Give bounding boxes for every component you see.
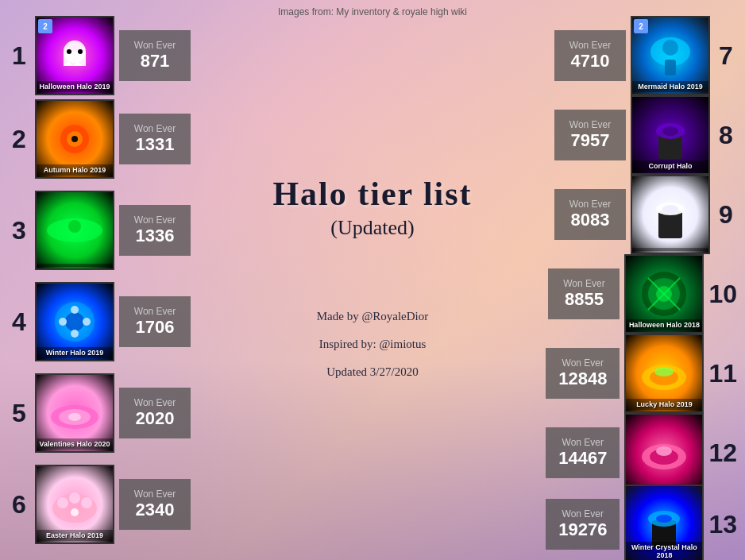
halo-name-11: Lucky Halo 2019 (626, 399, 702, 410)
halo-name-3 (37, 264, 113, 267)
halo-name-10: Halloween Halo 2018 (626, 319, 702, 330)
won-box-1: Won Ever 871 (119, 30, 191, 81)
svg-point-32 (662, 205, 678, 213)
halo-image-4: Winter Halo 2019 (35, 282, 114, 361)
halo-image-2: Autumn Halo 2019 (35, 99, 114, 179)
rank-label-13: 13 (708, 510, 737, 539)
rank-label-7: 7 (715, 41, 737, 71)
halo-item-4: 4 Winter Halo 2019 Won Ever 1706 (8, 282, 191, 361)
halo-name-13: Winter Crystal Halo 2018 (626, 542, 702, 560)
halo-badge-1: 2 (38, 19, 52, 33)
rank-label-10: 10 (708, 280, 737, 309)
halo-image-12 (624, 413, 704, 492)
halo-name-9 (632, 248, 708, 251)
svg-point-21 (81, 497, 92, 508)
svg-point-15 (83, 318, 91, 326)
credits-area: Made by @RoyaleDior Inspired by: @imiotu… (317, 310, 428, 393)
svg-point-3 (78, 49, 83, 54)
won-box-7: Won Ever 4710 (554, 30, 626, 81)
halo-name-1: Halloween Halo 2019 (37, 81, 113, 92)
halo-item-1: 1 2 Halloween Halo 2019 Won Ever 871 (8, 16, 191, 95)
won-box-9: Won Ever 8083 (554, 189, 626, 240)
won-box-8: Won Ever 7957 (554, 110, 626, 160)
won-box-6: Won Ever 2340 (119, 479, 191, 530)
rank-label-5: 5 (8, 399, 30, 428)
rank-label-8: 8 (715, 121, 737, 150)
svg-point-22 (69, 492, 80, 504)
halo-item-12: Won Ever 14467 12 (546, 413, 737, 492)
halo-name-2: Autumn Halo 2019 (37, 164, 113, 176)
halo-item-9: Won Ever 8083 9 (554, 175, 737, 254)
won-box-11: Won Ever 12848 (546, 348, 620, 399)
rank-label-1: 1 (8, 41, 30, 71)
won-box-4: Won Ever 1706 (119, 296, 191, 347)
rank-label-4: 4 (8, 307, 30, 337)
won-box-13: Won Ever 19276 (546, 499, 620, 550)
svg-point-9 (68, 220, 81, 233)
halo-image-1: 2 Halloween Halo 2019 (35, 16, 114, 95)
halo-item-10: Won Ever 8855 Halloween Halo 2018 10 (548, 254, 737, 334)
svg-point-12 (71, 306, 79, 314)
svg-point-7 (71, 136, 78, 142)
updated-date: Updated 3/27/2020 (317, 365, 428, 379)
halo-image-10: Halloween Halo 2018 (624, 254, 704, 334)
image-credit: Images from: My inventory & royale high … (278, 6, 467, 17)
won-box-2: Won Ever 1331 (119, 114, 191, 164)
halo-item-3: 3 Won Ever 1336 (8, 191, 191, 270)
halo-image-6: Easter Halo 2019 (35, 465, 114, 544)
halo-image-3 (35, 191, 114, 270)
main-content: Images from: My inventory & royale high … (0, 0, 745, 560)
halo-name-8: Corrupt Halo (632, 160, 708, 172)
svg-point-14 (59, 318, 67, 326)
halo-image-5: Valentines Halo 2020 (35, 373, 114, 453)
svg-point-13 (71, 330, 79, 338)
rank-label-2: 2 (8, 125, 30, 154)
halo-name-7: Mermaid Halo 2019 (632, 81, 708, 92)
won-box-12: Won Ever 14467 (546, 427, 620, 478)
svg-rect-26 (665, 60, 676, 75)
halo-image-13: Winter Crystal Halo 2018 (624, 485, 704, 560)
made-by: Made by @RoyaleDior (317, 310, 428, 323)
rank-label-12: 12 (708, 438, 737, 468)
svg-point-20 (57, 497, 68, 508)
svg-point-2 (67, 49, 71, 54)
title-sub: (Updated) (272, 216, 472, 240)
svg-point-40 (654, 367, 674, 377)
halo-item-13: Won Ever 19276 Winter Crystal Halo 2018 … (546, 485, 737, 560)
won-box-10: Won Ever 8855 (548, 268, 620, 319)
won-box-3: Won Ever 1336 (119, 205, 191, 256)
rank-label-9: 9 (715, 200, 737, 230)
halo-name-6: Easter Halo 2019 (37, 530, 113, 541)
svg-point-18 (68, 413, 81, 421)
title-area: Halo tier list (Updated) (272, 175, 472, 240)
halo-image-11: Lucky Halo 2019 (624, 334, 704, 413)
svg-point-23 (71, 508, 79, 516)
rank-label-11: 11 (708, 359, 737, 388)
halo-badge-7: 2 (634, 19, 648, 33)
halo-image-8: Corrupt Halo (631, 95, 710, 175)
halo-image-9 (631, 175, 710, 254)
halo-item-6: 6 Easter Halo 2019 Won Ever 2340 (8, 465, 191, 544)
won-box-5: Won Ever 2020 (119, 388, 191, 438)
halo-item-2: 2 Autumn Halo 2019 Won Ever 1331 (8, 99, 191, 179)
halo-item-11: Won Ever 12848 Lucky Halo 2019 11 (546, 334, 737, 413)
inspired-by: Inspired by: @imiotus (317, 338, 428, 351)
halo-name-4: Winter Halo 2019 (37, 347, 113, 358)
svg-point-25 (662, 40, 678, 56)
rank-label-6: 6 (8, 490, 30, 519)
svg-point-29 (662, 126, 678, 136)
svg-point-46 (656, 515, 672, 523)
won-count-1: 871 (132, 51, 178, 71)
svg-point-11 (65, 312, 84, 331)
rank-label-3: 3 (8, 216, 30, 245)
halo-item-7: Won Ever 4710 2 Mermaid Halo 2019 7 (554, 16, 737, 95)
svg-point-43 (656, 446, 672, 456)
won-label-1: Won Ever (132, 40, 178, 51)
halo-name-5: Valentines Halo 2020 (37, 438, 113, 450)
title-main: Halo tier list (272, 175, 472, 213)
halo-image-7: 2 Mermaid Halo 2019 (631, 16, 710, 95)
halo-item-8: Won Ever 7957 Corrupt Halo 8 (554, 95, 737, 175)
halo-item-5: 5 Valentines Halo 2020 Won Ever 2020 (8, 373, 191, 453)
